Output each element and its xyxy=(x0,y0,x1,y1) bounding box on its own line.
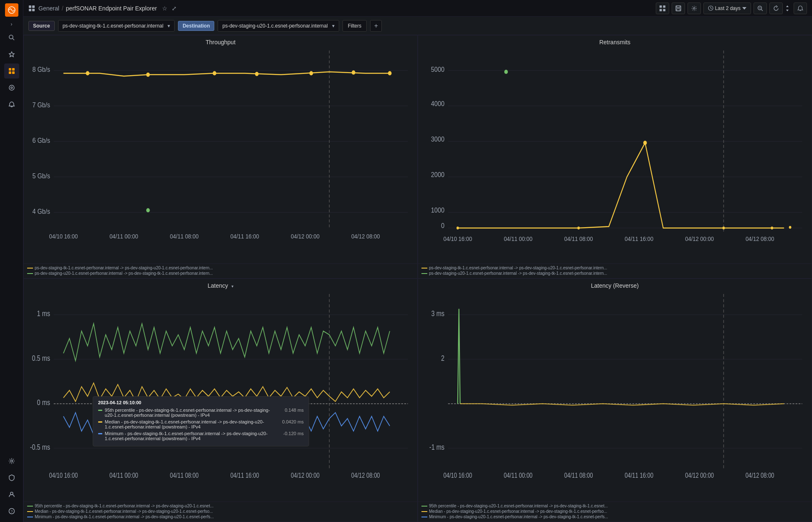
destination-selector[interactable]: ps-dev-staging-u20-1.c.esnet-perfsonar.i… xyxy=(218,20,339,32)
destination-value: ps-dev-staging-u20-1.c.esnet-perfsonar.i… xyxy=(222,23,327,29)
latency-legend: 95th percentile - ps-dev-staging-tk-1.c.… xyxy=(24,502,417,522)
svg-rect-6 xyxy=(9,71,11,74)
svg-text:4000: 4000 xyxy=(431,100,444,107)
legend-item: ps-dev-staging-tk-1.c.esnet-perfsonar.in… xyxy=(27,266,414,270)
sidebar-item-user[interactable] xyxy=(4,487,19,502)
svg-rect-15 xyxy=(32,5,35,8)
svg-marker-3 xyxy=(9,52,14,57)
latency-reverse-legend: 95th percentile - ps-dev-staging-u20-1.c… xyxy=(418,502,812,522)
svg-text:-1 ms: -1 ms xyxy=(429,443,444,451)
svg-text:04/10 16:00: 04/10 16:00 xyxy=(49,472,78,479)
svg-rect-17 xyxy=(32,9,35,11)
source-label: Source xyxy=(28,21,55,31)
filterbar: Source ps-dev-staging-tk-1.c.esnet-perfs… xyxy=(23,17,812,35)
sidebar-item-search[interactable] xyxy=(4,30,19,45)
add-filter-button[interactable]: + xyxy=(370,20,382,32)
dashboard-grid: Throughput 8 Gb/s 7 Gb/s 6 Gb/s 5 Gb/s 4… xyxy=(23,35,812,522)
svg-point-47 xyxy=(146,73,150,77)
latency-panel: Latency ▾ 1 ms 0.5 ms 0 ms -0.5 ms xyxy=(23,279,418,522)
source-chevron-icon: ▾ xyxy=(167,23,170,29)
sidebar-item-alerting[interactable] xyxy=(4,97,19,112)
add-panel-button[interactable] xyxy=(656,3,669,14)
svg-text:04/11 00:00: 04/11 00:00 xyxy=(504,235,533,242)
svg-text:04/12 08:00: 04/12 08:00 xyxy=(351,472,380,479)
throughput-chart[interactable]: 8 Gb/s 7 Gb/s 6 Gb/s 5 Gb/s 4 Gb/s 04/10… xyxy=(24,47,417,264)
latency-reverse-panel: Latency (Reverse) 3 ms 2 -1 ms xyxy=(418,279,812,522)
tooltip-value: 0.148 ms xyxy=(282,408,304,413)
svg-point-52 xyxy=(388,71,392,75)
legend-text: Median - ps-dev-staging-tk-1.c.esnet-per… xyxy=(35,509,213,514)
svg-text:04/10 16:00: 04/10 16:00 xyxy=(49,233,78,240)
time-range-dropdown-icon[interactable] xyxy=(785,5,789,12)
tooltip-label: Median - ps-dev-staging-tk-1.c.esnet-per… xyxy=(105,419,277,429)
refresh-button[interactable] xyxy=(769,3,783,14)
legend-text: 95th percentile - ps-dev-staging-u20-1.c… xyxy=(429,504,608,508)
sidebar-item-starred[interactable] xyxy=(4,47,19,62)
share-icon[interactable]: ⤢ xyxy=(172,5,177,12)
svg-text:04/11 08:00: 04/11 08:00 xyxy=(564,472,593,479)
filters-button[interactable]: Filters xyxy=(343,20,367,32)
destination-chevron-icon: ▾ xyxy=(332,23,335,29)
retransmits-title: Retransmits xyxy=(418,35,812,47)
latency-dropdown-icon[interactable]: ▾ xyxy=(231,284,233,289)
tooltip-row: Minimum - ps-dev-staging-tk-1.c.esnet-pe… xyxy=(98,431,304,441)
legend-text: ps-dev-staging-u20-1.c.esnet-perfsonar.i… xyxy=(429,271,607,276)
sidebar-item-shield[interactable] xyxy=(4,470,19,485)
legend-text: Minimum - ps-dev-staging-tk-1.c.esnet-pe… xyxy=(35,514,214,519)
legend-item: ps-dev-staging-tk-1.c.esnet-perfsonar.in… xyxy=(421,266,808,270)
svg-text:04/12 08:00: 04/12 08:00 xyxy=(351,233,380,240)
time-range-picker[interactable]: Last 2 days xyxy=(703,3,751,14)
zoom-out-button[interactable] xyxy=(754,3,767,14)
throughput-legend: ps-dev-staging-tk-1.c.esnet-perfsonar.in… xyxy=(24,264,417,278)
sidebar-item-settings[interactable] xyxy=(4,454,19,469)
tooltip-title: 2023-04-12 05:10:00 xyxy=(98,400,304,405)
svg-text:8 Gb/s: 8 Gb/s xyxy=(32,66,50,73)
svg-text:04/10 16:00: 04/10 16:00 xyxy=(443,235,472,242)
svg-text:04/12 00:00: 04/12 00:00 xyxy=(685,472,714,479)
svg-text:04/11 16:00: 04/11 16:00 xyxy=(231,472,259,479)
svg-text:04/12 08:00: 04/12 08:00 xyxy=(746,235,774,242)
svg-rect-4 xyxy=(9,68,11,71)
main-content: General / perfSONAR Endpoint Pair Explor… xyxy=(23,0,812,522)
svg-point-1 xyxy=(9,35,13,39)
svg-point-46 xyxy=(86,71,89,75)
tooltip-row: Median - ps-dev-staging-tk-1.c.esnet-per… xyxy=(98,419,304,429)
app-logo[interactable] xyxy=(5,3,18,17)
svg-text:1 ms: 1 ms xyxy=(37,309,50,318)
svg-point-11 xyxy=(10,492,13,495)
notifications-button[interactable] xyxy=(794,3,807,14)
sidebar-item-explore[interactable] xyxy=(4,80,19,95)
source-selector[interactable]: ps-dev-staging-tk-1.c.esnet-perfsonar.in… xyxy=(58,20,175,32)
topbar: General / perfSONAR Endpoint Pair Explor… xyxy=(23,0,812,17)
breadcrumb-separator: / xyxy=(62,5,63,12)
save-dashboard-button[interactable] xyxy=(672,3,685,14)
svg-rect-16 xyxy=(29,9,31,11)
settings-button[interactable] xyxy=(688,3,701,14)
svg-rect-18 xyxy=(660,5,662,8)
svg-text:3000: 3000 xyxy=(431,135,444,143)
star-icon[interactable]: ☆ xyxy=(162,5,167,12)
sidebar-item-help[interactable]: ? xyxy=(4,504,19,519)
latency-reverse-chart[interactable]: 3 ms 2 -1 ms 04/10 16:00 04/ xyxy=(418,291,812,502)
legend-text: ps-dev-staging-tk-1.c.esnet-perfsonar.in… xyxy=(429,266,607,270)
tooltip-label: 95th percentile - ps-dev-staging-tk-1.c.… xyxy=(105,408,279,418)
legend-item: Median - ps-dev-staging-u20-1.c.esnet-pe… xyxy=(421,509,808,514)
latency-chart[interactable]: 1 ms 0.5 ms 0 ms -0.5 ms xyxy=(24,291,417,502)
page-title: perfSONAR Endpoint Pair Explorer xyxy=(66,5,157,12)
svg-point-78 xyxy=(771,227,773,230)
svg-text:04/11 00:00: 04/11 00:00 xyxy=(109,233,138,240)
svg-text:0 ms: 0 ms xyxy=(37,398,50,407)
sidebar-collapse-btn[interactable]: › xyxy=(8,20,16,28)
svg-rect-14 xyxy=(29,5,31,8)
retransmits-chart[interactable]: 5000 4000 3000 2000 1000 0 04/ xyxy=(418,47,812,264)
svg-text:6 Gb/s: 6 Gb/s xyxy=(32,137,50,144)
tooltip-value: 0.0420 ms xyxy=(279,419,304,424)
sidebar-item-dashboards[interactable] xyxy=(4,63,19,79)
svg-point-10 xyxy=(10,460,13,462)
breadcrumb-general[interactable]: General xyxy=(38,5,59,12)
throughput-panel: Throughput 8 Gb/s 7 Gb/s 6 Gb/s 5 Gb/s 4… xyxy=(23,35,418,279)
topbar-actions: Last 2 days xyxy=(656,3,807,14)
legend-item: 95th percentile - ps-dev-staging-tk-1.c.… xyxy=(27,504,414,508)
svg-point-74 xyxy=(457,227,459,230)
destination-label: Destination xyxy=(178,21,214,31)
